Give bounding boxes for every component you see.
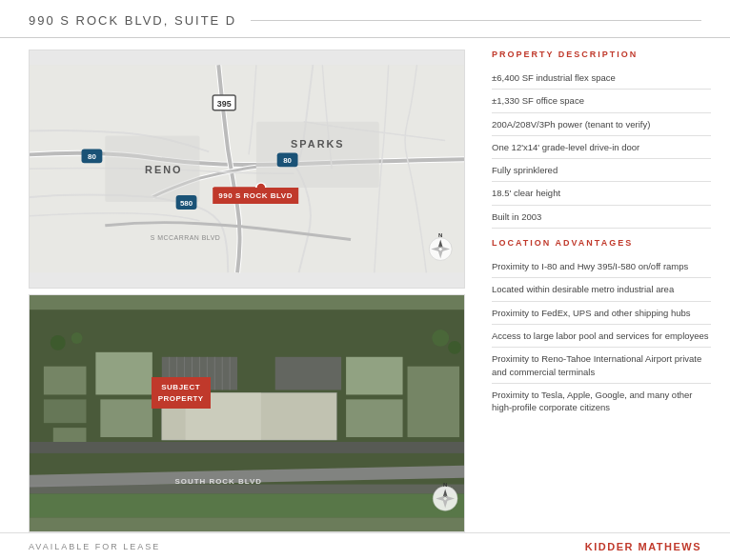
property-description-item-5: 18.5' clear height (492, 182, 711, 205)
svg-rect-28 (44, 399, 87, 423)
svg-rect-29 (53, 428, 87, 442)
property-description-item-2: 200A/208V/3Ph power (tenant to verify) (492, 113, 711, 136)
property-description-item-3: One 12'x14' grade-level drive-in door (492, 136, 711, 159)
footer-available: AVAILABLE FOR LEASE (29, 542, 160, 551)
svg-rect-30 (95, 351, 152, 394)
location-advantages-item-5: Proximity to Tesla, Apple, Google, and m… (492, 384, 711, 419)
svg-text:80: 80 (88, 152, 96, 161)
property-description-item-0: ±6,400 SF industrial flex space (492, 67, 711, 90)
subject-property-label: SUBJECT PROPERTY (152, 377, 211, 408)
property-description-title: PROPERTY DESCRIPTION (492, 50, 711, 59)
property-description-item-1: ±1,330 SF office space (492, 90, 711, 112)
svg-text:S MCCARRAN BLVD: S MCCARRAN BLVD (151, 234, 220, 241)
svg-point-49 (51, 334, 66, 350)
location-advantages-title: LOCATION ADVANTAGES (492, 238, 711, 248)
svg-rect-46 (346, 399, 402, 437)
aerial-image: SOUTH ROCK BLVD (29, 294, 465, 533)
svg-rect-48 (275, 356, 341, 390)
svg-rect-31 (100, 399, 152, 437)
svg-point-50 (71, 331, 83, 343)
svg-rect-2 (256, 122, 379, 188)
property-map-label: 990 S ROCK BLVD (213, 188, 298, 204)
location-advantages-item-0: Proximity to I-80 and Hwy 395/I-580 on/o… (492, 255, 711, 278)
svg-rect-27 (44, 366, 87, 394)
svg-rect-53 (30, 493, 464, 517)
svg-text:80: 80 (283, 156, 292, 165)
header-divider (251, 20, 701, 21)
footer-company: KIDDER MATHEWS (585, 541, 701, 552)
header: 990 S ROCK BLVD, SUITE D (0, 0, 730, 38)
svg-rect-45 (346, 356, 402, 394)
svg-rect-47 (408, 366, 460, 436)
svg-text:RENO: RENO (145, 164, 182, 175)
svg-text:N: N (438, 232, 442, 238)
svg-text:SPARKS: SPARKS (291, 138, 344, 150)
svg-text:395: 395 (217, 99, 232, 109)
svg-text:580: 580 (180, 199, 193, 208)
location-advantages-item-2: Proximity to FedEx, UPS and other shippi… (492, 302, 711, 325)
page-title: 990 S ROCK BLVD, SUITE D (29, 13, 236, 28)
svg-point-51 (448, 340, 461, 353)
svg-text:SOUTH ROCK BLVD: SOUTH ROCK BLVD (175, 476, 262, 485)
page: 990 S ROCK BLVD, SUITE D (0, 0, 730, 560)
svg-point-52 (432, 330, 449, 347)
location-advantages-item-1: Located within desirable metro industria… (492, 278, 711, 301)
image-column: 395 80 580 80 SPARKS RENO S MCCARRAN BLV… (0, 38, 477, 532)
main-content: 395 80 580 80 SPARKS RENO S MCCARRAN BLV… (0, 38, 730, 532)
info-column: PROPERTY DESCRIPTION ±6,400 SF industria… (477, 38, 730, 532)
svg-rect-23 (30, 441, 464, 452)
property-description-item-4: Fully sprinklered (492, 159, 711, 182)
property-description-item-6: Built in 2003 (492, 206, 711, 229)
map-image: 395 80 580 80 SPARKS RENO S MCCARRAN BLV… (29, 50, 465, 289)
footer: AVAILABLE FOR LEASE KIDDER MATHEWS (0, 532, 730, 560)
location-advantages-item-4: Proximity to Reno-Tahoe International Ai… (492, 348, 711, 384)
location-advantages-item-3: Access to large labor pool and services … (492, 325, 711, 348)
svg-text:N: N (443, 481, 447, 487)
